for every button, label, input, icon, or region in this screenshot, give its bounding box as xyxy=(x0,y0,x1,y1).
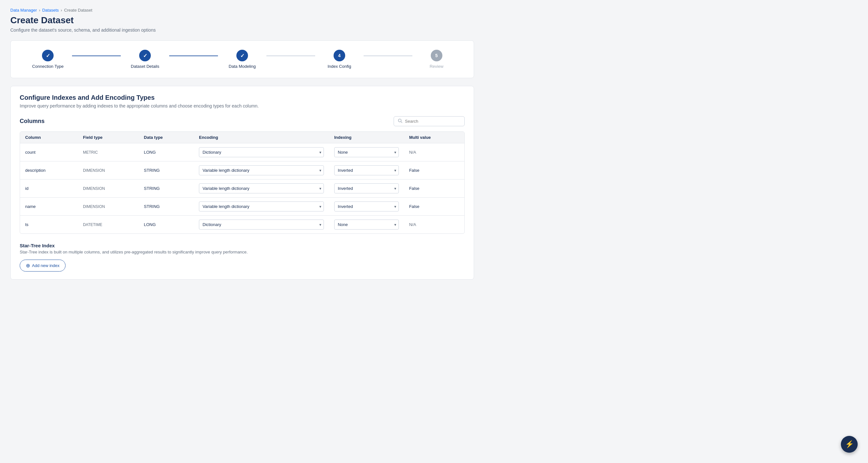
step-dataset-details: ✓ Dataset Details xyxy=(121,50,169,69)
search-input[interactable] xyxy=(405,119,461,124)
step-1-label: Connection Type xyxy=(32,64,64,69)
cell-indexing-0: NoneInvertedRangeText▾ xyxy=(329,143,404,161)
star-tree-section: Star-Tree Index Star-Tree index is built… xyxy=(20,242,465,272)
indexing-select-2[interactable]: NoneInvertedRangeText xyxy=(334,183,399,193)
breadcrumb: Data Manager › Datasets › Create Dataset xyxy=(10,8,474,12)
add-index-label: Add new index xyxy=(32,263,59,268)
encoding-select-1[interactable]: DictionaryVariable length dictionaryRaw xyxy=(199,165,324,175)
table-row: nameDIMENSIONSTRINGDictionaryVariable le… xyxy=(20,197,464,216)
step-2-circle: ✓ xyxy=(139,50,151,61)
cell-multi-value-4: N/A xyxy=(404,216,464,234)
cell-data-type-3: STRING xyxy=(139,197,194,216)
col-header-data-type: Data type xyxy=(139,132,194,143)
cell-multi-value-2: False xyxy=(404,180,464,197)
breadcrumb-data-manager[interactable]: Data Manager xyxy=(10,8,37,12)
step-2-check: ✓ xyxy=(143,53,147,59)
connector-4 xyxy=(364,56,412,56)
step-3-circle: ✓ xyxy=(237,50,248,61)
step-4-circle: 4 xyxy=(334,50,345,61)
encoding-select-4[interactable]: DictionaryVariable length dictionaryRaw xyxy=(199,220,324,229)
stepper: ✓ Connection Type ✓ Dataset Details ✓ Da… xyxy=(24,50,461,69)
step-connection-type: ✓ Connection Type xyxy=(24,50,72,69)
star-tree-desc: Star-Tree index is built on multiple col… xyxy=(20,250,465,254)
cell-column-2: id xyxy=(20,180,78,197)
table-row: descriptionDIMENSIONSTRINGDictionaryVari… xyxy=(20,161,464,180)
step-4-label: Index Config xyxy=(328,64,351,69)
col-header-column: Column xyxy=(20,132,78,143)
columns-header: Columns xyxy=(20,116,465,126)
cell-data-type-4: LONG xyxy=(139,216,194,234)
indexing-select-0[interactable]: NoneInvertedRangeText xyxy=(334,147,399,157)
indexing-select-3[interactable]: NoneInvertedRangeText xyxy=(334,202,399,212)
main-card: Configure Indexes and Add Encoding Types… xyxy=(10,86,474,280)
step-1-check: ✓ xyxy=(46,53,50,59)
table-header-row: Column Field type Data type Encoding Ind… xyxy=(20,132,464,143)
cell-encoding-0: DictionaryVariable length dictionaryRaw▾ xyxy=(194,143,329,161)
section-title: Configure Indexes and Add Encoding Types xyxy=(20,94,465,101)
cell-data-type-2: STRING xyxy=(139,180,194,197)
cell-field-type-2: DIMENSION xyxy=(78,180,139,197)
cell-data-type-1: STRING xyxy=(139,161,194,180)
cell-field-type-4: DATETIME xyxy=(78,216,139,234)
cell-encoding-3: DictionaryVariable length dictionaryRaw▾ xyxy=(194,197,329,216)
step-data-modeling: ✓ Data Modeling xyxy=(218,50,267,69)
connector-3 xyxy=(267,56,315,56)
page-title: Create Dataset xyxy=(10,15,474,26)
cell-column-4: ts xyxy=(20,216,78,234)
page-subtitle: Configure the dataset's source, schema, … xyxy=(10,27,474,33)
cell-multi-value-0: N/A xyxy=(404,143,464,161)
col-header-multi-value: Multi value xyxy=(404,132,464,143)
cell-multi-value-1: False xyxy=(404,161,464,180)
breadcrumb-sep-2: › xyxy=(61,8,62,12)
indexing-select-1[interactable]: NoneInvertedRangeText xyxy=(334,165,399,175)
step-2-label: Dataset Details xyxy=(131,64,159,69)
step-4-number: 4 xyxy=(338,53,341,58)
breadcrumb-datasets[interactable]: Datasets xyxy=(42,8,59,12)
cell-column-3: name xyxy=(20,197,78,216)
star-tree-title: Star-Tree Index xyxy=(20,243,465,248)
add-new-index-button[interactable]: ⊕ Add new index xyxy=(20,259,66,272)
search-icon xyxy=(398,119,402,124)
step-5-circle: 5 xyxy=(431,50,442,61)
connector-2 xyxy=(169,56,218,56)
step-5-label: Review xyxy=(430,64,443,69)
step-index-config: 4 Index Config xyxy=(315,50,364,69)
col-header-encoding: Encoding xyxy=(194,132,329,143)
step-review: 5 Review xyxy=(412,50,461,69)
breadcrumb-sep-1: › xyxy=(39,8,40,12)
table-row: idDIMENSIONSTRINGDictionaryVariable leng… xyxy=(20,180,464,197)
connector-1 xyxy=(72,56,120,56)
table-row: countMETRICLONGDictionaryVariable length… xyxy=(20,143,464,161)
cell-encoding-1: DictionaryVariable length dictionaryRaw▾ xyxy=(194,161,329,180)
section-subtitle: Improve query performance by adding inde… xyxy=(20,103,465,109)
cell-indexing-4: NoneInvertedRangeText▾ xyxy=(329,216,404,234)
cell-indexing-3: NoneInvertedRangeText▾ xyxy=(329,197,404,216)
columns-table-container: Column Field type Data type Encoding Ind… xyxy=(20,131,465,234)
cell-field-type-0: METRIC xyxy=(78,143,139,161)
encoding-select-3[interactable]: DictionaryVariable length dictionaryRaw xyxy=(199,202,324,212)
cell-multi-value-3: False xyxy=(404,197,464,216)
search-box xyxy=(394,116,465,126)
cell-column-0: count xyxy=(20,143,78,161)
breadcrumb-current: Create Dataset xyxy=(64,8,92,12)
col-header-indexing: Indexing xyxy=(329,132,404,143)
encoding-select-2[interactable]: DictionaryVariable length dictionaryRaw xyxy=(199,183,324,193)
step-1-circle: ✓ xyxy=(42,50,54,61)
stepper-card: ✓ Connection Type ✓ Dataset Details ✓ Da… xyxy=(10,40,474,78)
col-header-field-type: Field type xyxy=(78,132,139,143)
cell-indexing-1: NoneInvertedRangeText▾ xyxy=(329,161,404,180)
table-row: tsDATETIMELONGDictionaryVariable length … xyxy=(20,216,464,234)
svg-line-1 xyxy=(401,122,402,123)
cell-data-type-0: LONG xyxy=(139,143,194,161)
columns-title: Columns xyxy=(20,118,44,125)
cell-indexing-2: NoneInvertedRangeText▾ xyxy=(329,180,404,197)
step-3-check: ✓ xyxy=(240,53,244,59)
cell-encoding-4: DictionaryVariable length dictionaryRaw▾ xyxy=(194,216,329,234)
cell-encoding-2: DictionaryVariable length dictionaryRaw▾ xyxy=(194,180,329,197)
encoding-select-0[interactable]: DictionaryVariable length dictionaryRaw xyxy=(199,147,324,157)
indexing-select-4[interactable]: NoneInvertedRangeText xyxy=(334,220,399,229)
columns-table: Column Field type Data type Encoding Ind… xyxy=(20,132,464,234)
step-5-number: 5 xyxy=(435,53,438,58)
add-icon: ⊕ xyxy=(26,263,30,269)
step-3-label: Data Modeling xyxy=(228,64,256,69)
